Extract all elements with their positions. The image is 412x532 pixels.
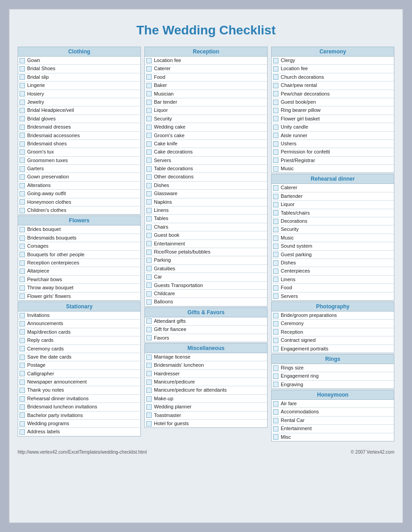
checkbox-icon[interactable] — [273, 244, 278, 249]
list-item[interactable]: Caterer — [145, 65, 267, 73]
list-item[interactable]: Permission for confetti — [272, 148, 394, 156]
list-item[interactable]: Centerpieces — [272, 267, 394, 275]
list-item[interactable]: Rice/Rose petals/bubbles — [145, 248, 267, 256]
checkbox-icon[interactable] — [273, 426, 278, 431]
checkbox-icon[interactable] — [273, 321, 278, 326]
checkbox-icon[interactable] — [19, 125, 25, 130]
list-item[interactable]: Rehearsal dinner invitations — [18, 395, 140, 403]
checkbox-icon[interactable] — [273, 277, 278, 282]
list-item[interactable]: Table decorations — [145, 165, 267, 173]
checkbox-icon[interactable] — [146, 241, 152, 246]
list-item[interactable]: Pew/chair bows — [18, 276, 140, 284]
list-item[interactable]: Manicure/pedicure for attendants — [145, 386, 267, 394]
list-item[interactable]: Announcements — [18, 320, 140, 328]
checkbox-icon[interactable] — [273, 194, 278, 199]
list-item[interactable]: Tables/chairs — [272, 209, 394, 217]
list-item[interactable]: Security — [145, 115, 267, 123]
list-item[interactable]: Children's clothes — [18, 206, 140, 214]
list-item[interactable]: Map/direction cards — [18, 328, 140, 336]
checkbox-icon[interactable] — [146, 283, 152, 288]
list-item[interactable]: Baker — [145, 81, 267, 90]
list-item[interactable]: Brides bouquet — [18, 225, 140, 234]
list-item[interactable]: Gown — [18, 57, 140, 65]
checkbox-icon[interactable] — [273, 149, 278, 155]
list-item[interactable]: Bridesmaids bouquets — [18, 234, 140, 242]
list-item[interactable]: Cake knife — [145, 140, 267, 148]
list-item[interactable]: Guest parking — [272, 251, 394, 259]
list-item[interactable]: Guest book/pen — [272, 98, 394, 106]
checkbox-icon[interactable] — [19, 208, 25, 213]
list-item[interactable]: Alterations — [18, 182, 140, 190]
list-item[interactable]: Groom's tux — [18, 148, 140, 156]
checkbox-icon[interactable] — [273, 83, 278, 88]
list-item[interactable]: Garters — [18, 165, 140, 173]
list-item[interactable]: Ring bearer pillow — [272, 106, 394, 115]
checkbox-icon[interactable] — [19, 260, 25, 266]
list-item[interactable]: Bridal slip — [18, 73, 140, 81]
list-item[interactable]: Air fare — [272, 400, 394, 408]
checkbox-icon[interactable] — [19, 429, 25, 435]
list-item[interactable]: Hotel for guests — [145, 420, 267, 427]
list-item[interactable]: Napkins — [145, 198, 267, 206]
list-item[interactable]: Reception centerpieces — [18, 259, 140, 267]
list-item[interactable]: Linens — [145, 206, 267, 215]
list-item[interactable]: Bartender — [272, 192, 394, 201]
list-item[interactable]: Location fee — [272, 65, 394, 73]
checkbox-icon[interactable] — [146, 379, 152, 385]
list-item[interactable]: Guest book — [145, 231, 267, 240]
checkbox-icon[interactable] — [146, 258, 152, 263]
checkbox-icon[interactable] — [273, 434, 278, 440]
list-item[interactable]: Servers — [272, 292, 394, 300]
checkbox-icon[interactable] — [19, 329, 25, 335]
checkbox-icon[interactable] — [146, 421, 152, 427]
list-item[interactable]: Toastmaster — [145, 412, 267, 420]
checkbox-icon[interactable] — [146, 183, 152, 188]
checkbox-icon[interactable] — [273, 141, 278, 147]
list-item[interactable]: Address labels — [18, 428, 140, 436]
checkbox-icon[interactable] — [146, 396, 152, 402]
list-item[interactable]: Liquor — [272, 201, 394, 209]
list-item[interactable]: Priest/Registrar — [272, 157, 394, 165]
checkbox-icon[interactable] — [146, 404, 152, 410]
checkbox-icon[interactable] — [19, 346, 25, 351]
checkbox-icon[interactable] — [273, 329, 278, 335]
list-item[interactable]: Groom's cake — [145, 132, 267, 140]
checkbox-icon[interactable] — [19, 285, 25, 291]
checkbox-icon[interactable] — [146, 355, 152, 360]
list-item[interactable]: Reception — [272, 328, 394, 336]
checkbox-icon[interactable] — [19, 174, 25, 180]
checkbox-icon[interactable] — [273, 210, 278, 216]
checkbox-icon[interactable] — [273, 346, 278, 351]
checkbox-icon[interactable] — [19, 371, 25, 376]
checkbox-icon[interactable] — [146, 233, 152, 238]
checkbox-icon[interactable] — [273, 108, 278, 113]
list-item[interactable]: Caterer — [272, 184, 394, 192]
checkbox-icon[interactable] — [19, 183, 25, 188]
checkbox-icon[interactable] — [19, 404, 25, 410]
list-item[interactable]: Glassware — [145, 190, 267, 198]
checkbox-icon[interactable] — [273, 409, 278, 415]
list-item[interactable]: Linens — [272, 276, 394, 284]
list-item[interactable]: Entertainment — [145, 240, 267, 248]
checkbox-icon[interactable] — [146, 208, 152, 213]
checkbox-icon[interactable] — [273, 252, 278, 257]
list-item[interactable]: Contract signed — [272, 336, 394, 345]
list-item[interactable]: Childcare — [145, 290, 267, 298]
list-item[interactable]: Other decorations — [145, 173, 267, 181]
list-item[interactable]: Jewelry — [18, 98, 140, 106]
list-item[interactable]: Pew/chair decorations — [272, 90, 394, 98]
list-item[interactable]: Bachelor party invitations — [18, 412, 140, 420]
list-item[interactable]: Engraving — [272, 381, 394, 388]
checkbox-icon[interactable] — [273, 166, 278, 172]
list-item[interactable]: Hairdresser — [145, 370, 267, 378]
list-item[interactable]: Parking — [145, 256, 267, 264]
list-item[interactable]: Wedding cake — [145, 123, 267, 131]
checkbox-icon[interactable] — [146, 249, 152, 255]
checkbox-icon[interactable] — [19, 91, 25, 96]
list-item[interactable]: Favors — [145, 334, 267, 342]
list-item[interactable]: Ushers — [272, 140, 394, 148]
list-item[interactable]: Thank you notes — [18, 386, 140, 394]
checkbox-icon[interactable] — [273, 418, 278, 423]
list-item[interactable]: Gift for fiancee — [145, 326, 267, 334]
checkbox-icon[interactable] — [146, 412, 152, 418]
